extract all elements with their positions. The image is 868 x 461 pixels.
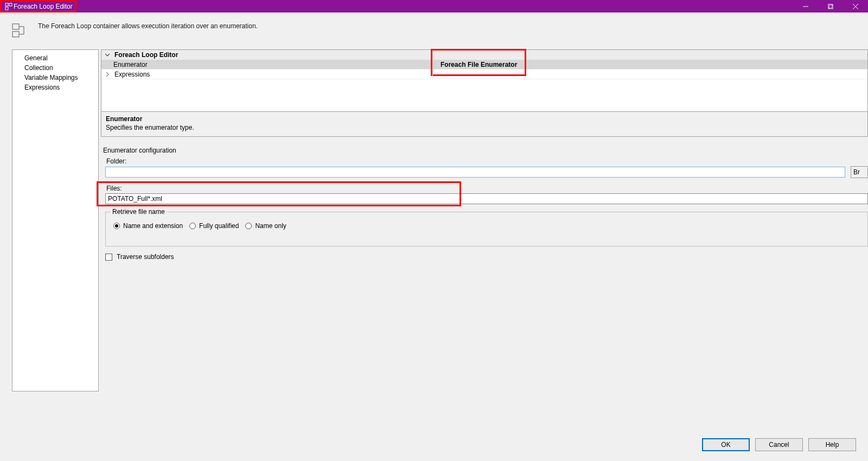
svg-rect-4 [828,4,832,8]
svg-rect-2 [5,7,8,10]
propgrid-enumerator-name: Enumerator [113,60,432,69]
radio-name-only[interactable]: Name only [245,222,286,230]
propgrid-row-expressions[interactable]: Expressions [101,70,867,79]
svg-rect-8 [12,24,19,29]
sidebar-item-general[interactable]: General [12,53,98,63]
title-highlight: Foreach Loop Editor [0,0,76,12]
files-input[interactable] [105,193,868,204]
maximize-button[interactable] [818,0,843,12]
category-sidebar: General Collection Variable Mappings Exp… [12,49,99,391]
close-button[interactable] [843,0,868,12]
svg-rect-5 [829,5,833,9]
radio-fully-qualified[interactable]: Fully qualified [189,222,239,230]
enumerator-config-section: Enumerator configuration Folder: Br File… [101,147,868,261]
enum-config-label: Enumerator configuration [103,147,868,154]
retrieve-legend: Retrieve file name [110,208,167,216]
window-titlebar: Foreach Loop Editor [0,0,868,12]
sidebar-item-variable-mappings[interactable]: Variable Mappings [12,73,98,83]
svg-rect-0 [5,3,8,6]
radio-icon [113,223,120,229]
propgrid-header-label: Foreach Loop Editor [113,50,432,59]
dialog-button-row: OK Cancel Help [702,438,856,451]
property-grid: Foreach Loop Editor Enumerator Foreach F… [101,49,868,112]
window-title: Foreach Loop Editor [14,3,73,10]
traverse-checkbox-row[interactable]: Traverse subfolders [105,253,868,261]
propgrid-expressions-name: Expressions [113,70,432,79]
traverse-label: Traverse subfolders [117,253,174,261]
propgrid-enumerator-value: Foreach File Enumerator [433,61,867,68]
description-text: The Foreach Loop container allows execut… [38,22,258,30]
description-area: The Foreach Loop container allows execut… [0,12,868,49]
minimize-button[interactable] [793,0,818,12]
retrieve-fieldset: Retrieve file name Name and extension Fu… [105,212,868,247]
propgrid-help-title: Enumerator [106,115,863,123]
propgrid-row-enumerator[interactable]: Enumerator Foreach File Enumerator [101,60,867,70]
cancel-button[interactable]: Cancel [755,438,803,451]
propgrid-help-desc: Specifies the enumerator type. [106,124,863,131]
propgrid-header[interactable]: Foreach Loop Editor [101,50,867,60]
folder-input[interactable] [105,167,845,178]
propgrid-help: Enumerator Specifies the enumerator type… [101,112,868,137]
radio-icon [245,223,252,229]
main-panel: Foreach Loop Editor Enumerator Foreach F… [99,49,868,391]
radio-name-ext-label: Name and extension [123,222,183,230]
sidebar-item-expressions[interactable]: Expressions [12,83,98,92]
folder-label: Folder: [106,157,868,165]
radio-name-ext[interactable]: Name and extension [113,222,183,230]
svg-rect-1 [9,3,12,6]
window-controls [793,0,868,12]
checkbox-icon[interactable] [105,254,112,261]
app-icon [4,2,14,11]
files-label: Files: [106,185,868,192]
browse-button[interactable]: Br [851,166,868,178]
expand-icon[interactable] [101,70,113,79]
radio-name-only-label: Name only [255,222,286,230]
sidebar-item-collection[interactable]: Collection [12,63,98,73]
container-icon [12,23,30,39]
radio-icon [189,223,196,229]
help-button[interactable]: Help [808,438,856,451]
svg-rect-9 [12,31,19,37]
radio-fully-label: Fully qualified [199,222,239,230]
ok-button[interactable]: OK [702,438,750,451]
collapse-icon[interactable] [101,50,113,59]
